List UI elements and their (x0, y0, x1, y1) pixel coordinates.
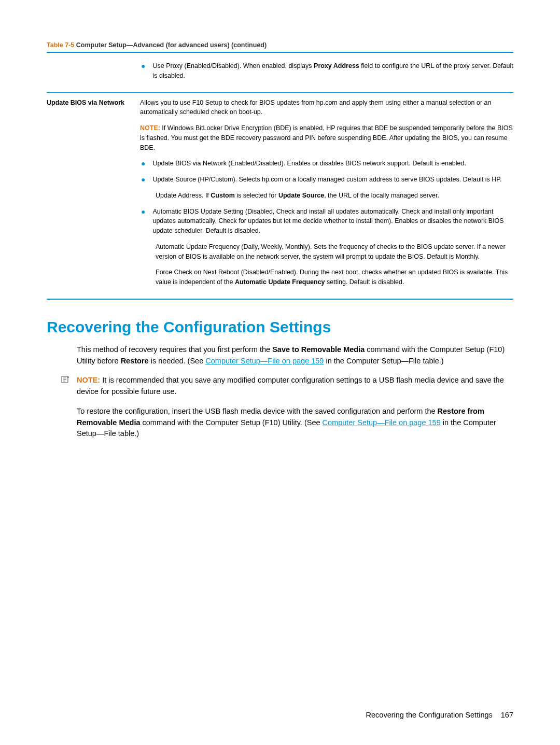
row-content: Allows you to use F10 Setup to check for… (140, 98, 513, 293)
table-caption: Table 7-5 Computer Setup—Advanced (for a… (47, 41, 513, 49)
row-content: ● Use Proxy (Enabled/Disabled). When ena… (140, 58, 513, 87)
text-span: command with the Computer Setup (F10) Ut… (141, 418, 323, 427)
text-span: To restore the configuration, insert the… (77, 407, 438, 415)
bold-text: Save to Removable Media (272, 345, 365, 354)
cross-reference-link[interactable]: Computer Setup—File on page 159 (205, 357, 324, 365)
body-paragraph: This method of recovery requires that yo… (77, 344, 513, 367)
bullet-icon: ● (141, 207, 145, 236)
table-title: Computer Setup—Advanced (for advanced us… (74, 41, 267, 49)
table-row: ● Use Proxy (Enabled/Disabled). When ena… (47, 53, 513, 92)
page-footer: Recovering the Configuration Settings 16… (366, 711, 513, 719)
note-icon-wrap (60, 375, 77, 398)
text-span: is needed. (See (149, 357, 206, 365)
bullet-text: Automatic BIOS Update Setting (Disabled,… (152, 207, 513, 236)
bold-text: Update Source (278, 192, 324, 199)
text-span: in the Computer Setup—File table.) (324, 357, 443, 365)
cross-reference-link[interactable]: Computer Setup—File on page 159 (323, 418, 441, 427)
text-span: Use Proxy (Enabled/Disabled). When enabl… (152, 62, 314, 69)
text-span: , the URL of the locally managed server. (324, 192, 439, 199)
body-paragraph: To restore the configuration, insert the… (77, 406, 513, 440)
footer-title: Recovering the Configuration Settings (366, 711, 493, 719)
paragraph: Allows you to use F10 Setup to check for… (140, 98, 513, 118)
indented-paragraph: Automatic Update Frequency (Daily, Weekl… (156, 242, 513, 262)
note-label: NOTE: (140, 124, 160, 132)
table-bottom-rule (47, 299, 513, 300)
indented-paragraph: Update Address. If Custom is selected fo… (156, 191, 513, 201)
indented-paragraph: Force Check on Next Reboot (Disabled/Ena… (156, 268, 513, 287)
text-span: This method of recovery requires that yo… (77, 345, 272, 354)
note-label: NOTE: (77, 376, 100, 384)
bullet-icon: ● (141, 159, 145, 168)
bold-text: Custom (211, 192, 235, 199)
page-number: 167 (501, 711, 513, 719)
bullet-icon: ● (141, 175, 145, 185)
bullet-text: Update Source (HP/Custom). Selects hp.co… (152, 175, 513, 185)
list-item: ● Update BIOS via Network (Enabled/Disab… (140, 159, 513, 168)
bold-text: Proxy Address (314, 62, 359, 69)
note-content: NOTE: It is recommended that you save an… (77, 375, 513, 398)
list-item: ● Update Source (HP/Custom). Selects hp.… (140, 175, 513, 185)
note-icon (60, 375, 69, 384)
section-heading: Recovering the Configuration Settings (47, 318, 513, 336)
table-number: Table 7-5 (47, 41, 74, 49)
bullet-text: Update BIOS via Network (Enabled/Disable… (152, 159, 513, 168)
row-label: Update BIOS via Network (47, 98, 140, 293)
list-item: ● Use Proxy (Enabled/Disabled). When ena… (140, 61, 513, 81)
list-item: ● Automatic BIOS Update Setting (Disable… (140, 207, 513, 236)
bullet-text: Use Proxy (Enabled/Disabled). When enabl… (152, 61, 513, 81)
table-row: Update BIOS via Network Allows you to us… (47, 93, 513, 299)
text-span: Update Address. If (156, 192, 211, 199)
text-span: is selected for (235, 192, 278, 199)
note-text: It is recommended that you save any modi… (77, 376, 504, 396)
row-label-empty (47, 58, 140, 87)
bullet-icon: ● (141, 61, 145, 81)
note-paragraph: NOTE: If Windows BitLocker Drive Encrypt… (140, 123, 513, 152)
bold-text: Restore (121, 357, 149, 365)
note-block: NOTE: It is recommended that you save an… (60, 375, 513, 398)
bold-text: Automatic Update Frequency (235, 278, 325, 286)
text-span: setting. Default is disabled. (325, 278, 404, 286)
note-text: If Windows BitLocker Drive Encryption (B… (140, 124, 513, 151)
